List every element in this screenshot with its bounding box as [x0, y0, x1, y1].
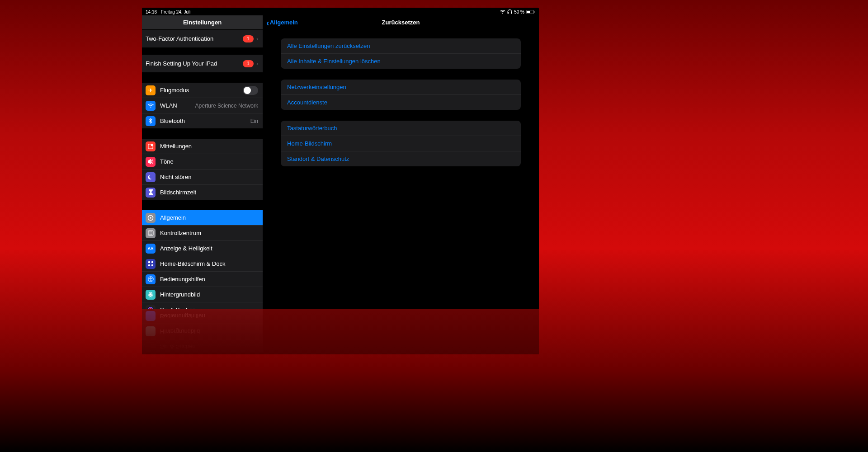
status-time: 14:16: [146, 9, 157, 14]
general-label: Allgemein: [160, 214, 258, 221]
ipad-screenshot: 14:16 Freitag 24. Juli 50 % Einstellunge…: [142, 8, 539, 309]
dnd-label: Nicht stören: [160, 174, 258, 180]
status-date: Freitag 24. Juli: [161, 9, 191, 14]
svg-point-6: [150, 217, 151, 219]
sidebar-item-display[interactable]: AA Anzeige & Helligkeit: [142, 240, 263, 256]
control-center-icon: [146, 228, 156, 238]
sidebar-item-two-factor[interactable]: Two-Factor Authentication 1 ›: [142, 30, 263, 47]
wifi-icon: [500, 10, 505, 14]
wallpaper: 14:16 Freitag 24. Juli 50 % Einstellunge…: [0, 0, 868, 452]
sidebar-item-notifications[interactable]: Mitteilungen: [142, 139, 263, 154]
cc-label: Kontrollzentrum: [160, 230, 258, 236]
svg-point-4: [151, 144, 153, 146]
refl-siri: Siri & Suchen: [160, 344, 258, 350]
reset-group-2: Netzwerkeinstellungen Accountdienste: [281, 80, 521, 110]
sidebar-title: Einstellungen: [142, 15, 263, 30]
sound-label: Töne: [160, 158, 258, 165]
two-factor-label: Two-Factor Authentication: [146, 35, 240, 42]
sidebar-item-wlan[interactable]: WLAN Aperture Science Network: [142, 98, 263, 113]
bt-label: Bluetooth: [160, 118, 248, 124]
svg-rect-13: [151, 264, 153, 266]
accessibility-icon: [146, 274, 156, 284]
chevron-right-icon: ›: [256, 35, 258, 42]
svg-rect-7: [148, 231, 153, 235]
sidebar-item-finish-setup[interactable]: Finish Setting Up Your iPad 1 ›: [142, 55, 263, 72]
sidebar-item-control-center[interactable]: Kontrollzentrum: [142, 225, 263, 240]
siri-icon: [146, 342, 156, 352]
svg-point-16: [150, 294, 151, 295]
detail-title: Zurücksetzen: [382, 19, 420, 26]
sidebar-item-home-dock[interactable]: Home-Bildschirm & Dock: [142, 256, 263, 271]
badge-icon: 1: [243, 35, 254, 42]
sidebar-item-bluetooth[interactable]: Bluetooth Ein: [142, 113, 263, 128]
refl-wall: Hintergrundbild: [160, 328, 258, 335]
reset-home-screen[interactable]: Home-Bildschirm: [281, 136, 521, 151]
chevron-left-icon: ‹: [266, 19, 269, 26]
disp-label: Anzeige & Helligkeit: [160, 245, 258, 252]
sidebar-item-siri[interactable]: Siri & Suchen: [142, 302, 263, 309]
sidebar-item-screentime[interactable]: Bildschirmzeit: [142, 184, 263, 200]
badge-icon: 1: [243, 60, 254, 67]
wallpaper-icon: [146, 290, 156, 300]
svg-rect-2: [534, 11, 535, 13]
svg-point-8: [149, 231, 150, 232]
wlan-value: Aperture Science Network: [195, 103, 258, 109]
notif-label: Mitteilungen: [160, 143, 258, 150]
reset-group-3: Tastaturwörterbuch Home-Bildschirm Stand…: [281, 121, 521, 166]
svg-point-15: [150, 277, 151, 278]
refl-acc: Bedienungshilfen: [160, 313, 258, 320]
reflection: Siri & Suchen Hintergrundbild Bedienungs…: [142, 309, 539, 354]
hourglass-icon: [146, 188, 156, 198]
back-button[interactable]: ‹ Allgemein: [266, 19, 298, 26]
erase-all-content[interactable]: Alle Inhalte & Einstellungen löschen: [281, 53, 521, 69]
display-icon: AA: [146, 244, 156, 254]
svg-rect-1: [527, 11, 530, 13]
reset-group-1: Alle Einstellungen zurücksetzen Alle Inh…: [281, 38, 521, 69]
moon-icon: [146, 172, 156, 182]
airplane-icon: ✈: [146, 85, 156, 95]
svg-rect-12: [148, 264, 150, 266]
bluetooth-icon: [146, 116, 156, 126]
sidebar-item-sounds[interactable]: Töne: [142, 154, 263, 169]
svg-rect-11: [151, 261, 153, 263]
accessibility-icon: [146, 311, 156, 321]
sounds-icon: [146, 157, 156, 167]
home-label: Home-Bildschirm & Dock: [160, 260, 258, 267]
time-label: Bildschirmzeit: [160, 189, 258, 196]
airplane-toggle[interactable]: [243, 86, 258, 95]
settings-sidebar: Einstellungen Two-Factor Authentication …: [142, 15, 263, 309]
home-dock-icon: [146, 259, 156, 269]
battery-icon: [526, 10, 535, 14]
bt-value: Ein: [250, 118, 258, 124]
notifications-icon: [146, 141, 156, 151]
sidebar-item-dnd[interactable]: Nicht stören: [142, 169, 263, 184]
detail-pane: ‹ Allgemein Zurücksetzen Alle Einstellun…: [263, 15, 539, 309]
gear-icon: [146, 213, 156, 223]
svg-rect-10: [148, 261, 150, 263]
finish-setup-label: Finish Setting Up Your iPad: [146, 60, 240, 67]
siri-label: Siri & Suchen: [160, 306, 258, 309]
wall-label: Hintergrundbild: [160, 291, 258, 298]
sidebar-item-accessibility[interactable]: Bedienungshilfen: [142, 271, 263, 287]
status-battery-text: 50 %: [514, 9, 524, 14]
headphones-icon: [507, 9, 512, 14]
reset-account-services[interactable]: Accountdienste: [281, 94, 521, 110]
reset-network[interactable]: Netzwerkeinstellungen: [281, 80, 521, 94]
svg-point-9: [151, 234, 152, 235]
wallpaper-icon: [146, 327, 156, 337]
airplane-label: Flugmodus: [160, 87, 243, 94]
acc-label: Bedienungshilfen: [160, 276, 258, 282]
wifi-icon: [146, 101, 156, 111]
siri-icon: [146, 305, 156, 310]
back-label: Allgemein: [270, 19, 298, 26]
reset-all-settings[interactable]: Alle Einstellungen zurücksetzen: [281, 38, 521, 53]
chevron-right-icon: ›: [256, 60, 258, 67]
reset-keyboard-dict[interactable]: Tastaturwörterbuch: [281, 121, 521, 136]
wlan-label: WLAN: [160, 102, 193, 109]
sidebar-item-wallpaper[interactable]: Hintergrundbild: [142, 287, 263, 302]
sidebar-item-general[interactable]: Allgemein: [142, 210, 263, 225]
sidebar-item-airplane[interactable]: ✈ Flugmodus: [142, 83, 263, 98]
reset-location-privacy[interactable]: Standort & Datenschutz: [281, 151, 521, 166]
status-bar: 14:16 Freitag 24. Juli 50 %: [142, 8, 539, 15]
detail-header: ‹ Allgemein Zurücksetzen: [263, 15, 539, 29]
